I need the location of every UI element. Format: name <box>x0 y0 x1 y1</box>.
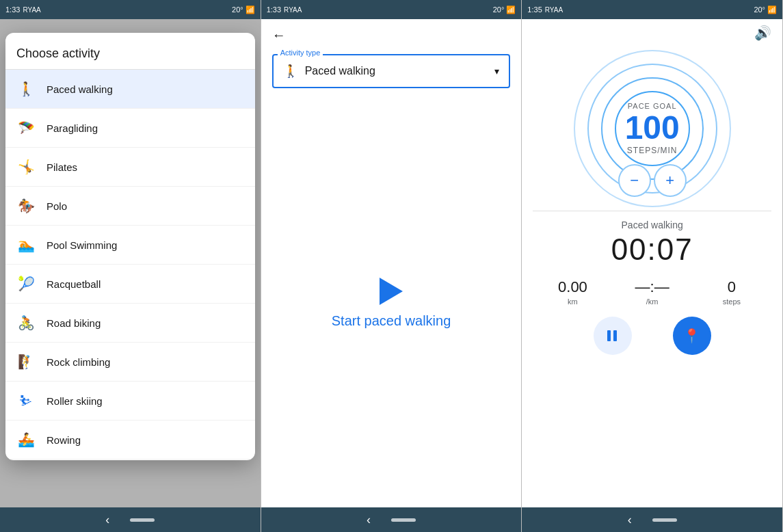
pause-bar-right <box>613 330 617 341</box>
pace-center-display: PACE GOAL 100 STEPS/MIN <box>625 102 680 156</box>
activity-label-9: Rowing <box>47 434 81 446</box>
activity-icon-3: 🏇 <box>16 196 36 215</box>
activity-label-8: Roller skiing <box>47 395 103 407</box>
metric-value-0: 0.00 <box>533 278 612 296</box>
start-activity-section[interactable]: Start paced walking <box>261 99 522 507</box>
battery-temp-3: 20° <box>754 5 765 14</box>
dropdown-label: Activity type <box>278 49 323 57</box>
nav-bar-1: ‹ <box>0 507 261 532</box>
activity-type-dropdown[interactable]: 🚶 Paced walking ▾ <box>272 54 511 88</box>
activity-label-4: Pool Swimming <box>47 239 117 251</box>
nav-dot-1 <box>130 518 155 522</box>
time-1: 1:33 <box>5 5 20 14</box>
modal-title: Choose activity <box>5 33 255 70</box>
workout-timer: 00:07 <box>611 233 693 266</box>
activity-icon-7: 🧗 <box>16 352 36 371</box>
time-3: 1:35 <box>527 5 542 14</box>
activity-icon-4: 🏊 <box>16 235 36 254</box>
choose-activity-modal: Choose activity 🚶 Paced walking 🪂 Paragl… <box>5 33 255 460</box>
dropdown-chevron-icon: ▾ <box>494 66 499 77</box>
activity-label-5: Racquetball <box>47 278 101 290</box>
panel-choose-activity: 1:33 RYAA 20° 📶 Choose activity 🚶 Paced … <box>0 0 261 532</box>
carrier-2: RYAA <box>284 6 302 14</box>
pace-controls: − + <box>617 164 688 197</box>
activity-type-dropdown-wrapper: Activity type 🚶 Paced walking ▾ <box>261 51 522 99</box>
nav-dot-2 <box>391 518 416 522</box>
status-bar-3: 1:35 RYAA 20° 📶 <box>522 0 782 19</box>
metric-unit-0: km <box>533 297 612 306</box>
panel1-content: Choose activity 🚶 Paced walking 🪂 Paragl… <box>0 19 261 507</box>
activity-item[interactable]: 🧗 Rock climbing <box>5 343 255 382</box>
panel2-header: ← <box>261 19 522 51</box>
pace-number: 100 <box>625 110 680 146</box>
play-icon <box>380 278 403 305</box>
start-activity-text: Start paced walking <box>332 313 451 329</box>
activity-label-7: Rock climbing <box>47 356 110 368</box>
time-2: 1:33 <box>267 5 281 14</box>
activity-label-1: Paragliding <box>47 122 98 134</box>
back-arrow-2[interactable]: ← <box>272 27 286 43</box>
status-bar-2: 1:33 RYAA 20° 📶 <box>261 0 522 19</box>
activity-item[interactable]: 🏊 Pool Swimming <box>5 226 255 265</box>
metric-unit-2: steps <box>692 297 771 306</box>
nav-bar-2: ‹ <box>261 507 522 532</box>
workout-name: Paced walking <box>622 220 683 230</box>
activity-icon-5: 🎾 <box>16 274 36 293</box>
pace-increase-button[interactable]: + <box>654 164 687 197</box>
panel-activity-type: 1:33 RYAA 20° 📶 ← Activity type 🚶 Paced … <box>261 0 522 532</box>
metrics-row: 0.00 km —:— /km 0 steps <box>522 271 782 308</box>
activity-label-2: Pilates <box>47 161 77 173</box>
battery-temp-2: 20° <box>493 5 505 14</box>
pace-circles-container: PACE GOAL 100 STEPS/MIN − + <box>522 46 782 211</box>
volume-icon[interactable]: 🔊 <box>754 25 771 41</box>
battery-temp-1: 20° <box>232 5 243 14</box>
pause-icon <box>607 330 618 341</box>
workout-stats: Paced walking 00:07 <box>522 211 782 271</box>
activity-icon-0: 🚶 <box>16 79 36 98</box>
selected-activity-text: Paced walking <box>305 65 488 77</box>
metric-0: 0.00 km <box>533 278 612 306</box>
activity-label-6: Road biking <box>47 317 101 329</box>
metric-unit-1: /km <box>613 297 692 306</box>
carrier-1: RYAA <box>23 6 40 14</box>
walking-icon: 🚶 <box>283 64 298 79</box>
activity-item[interactable]: ⛷ Roller skiing <box>5 382 255 421</box>
pace-unit: STEPS/MIN <box>625 146 680 155</box>
activity-item[interactable]: 🚶 Paced walking <box>5 70 255 109</box>
activity-icon-1: 🪂 <box>16 118 36 137</box>
active-top-bar: 🔊 <box>522 19 782 46</box>
panel-active-workout: 1:35 RYAA 20° 📶 🔊 PACE GOAL 100 STEPS/MI… <box>522 0 783 532</box>
back-nav-1[interactable]: ‹ <box>105 513 109 527</box>
pause-bar-left <box>607 330 611 341</box>
modal-overlay: Choose activity 🚶 Paced walking 🪂 Paragl… <box>0 19 261 507</box>
activity-icon-6: 🚴 <box>16 313 36 332</box>
nav-dot-3 <box>652 518 677 522</box>
metric-value-1: —:— <box>613 278 692 296</box>
activity-icon-2: 🤸 <box>16 157 36 176</box>
location-button[interactable]: 📍 <box>673 317 711 355</box>
metric-1: —:— /km <box>613 278 692 306</box>
activity-item[interactable]: 🏋 Rowing machine <box>5 460 255 460</box>
metric-value-2: 0 <box>692 278 771 296</box>
back-nav-2[interactable]: ‹ <box>367 513 371 527</box>
activity-label-0: Paced walking <box>47 83 113 95</box>
location-icon: 📍 <box>683 328 700 344</box>
activity-item[interactable]: 🚣 Rowing <box>5 421 255 460</box>
activity-item[interactable]: 🚴 Road biking <box>5 304 255 343</box>
signal-icons-3: 📶 <box>767 5 777 14</box>
activity-item[interactable]: 🎾 Racquetball <box>5 265 255 304</box>
activity-list: 🚶 Paced walking 🪂 Paragliding 🤸 Pilates … <box>5 70 255 460</box>
pace-decrease-button[interactable]: − <box>618 164 651 197</box>
pause-button[interactable] <box>594 317 632 355</box>
activity-item[interactable]: 🏇 Polo <box>5 187 255 226</box>
activity-item[interactable]: 🤸 Pilates <box>5 148 255 187</box>
status-bar-1: 1:33 RYAA 20° 📶 <box>0 0 261 19</box>
metric-2: 0 steps <box>692 278 771 306</box>
signal-icons-1: 📶 <box>245 5 255 14</box>
back-nav-3[interactable]: ‹ <box>628 513 632 527</box>
panel3-content: 🔊 PACE GOAL 100 STEPS/MIN − + Paced walk… <box>522 19 782 507</box>
action-buttons-row: 📍 <box>522 308 782 360</box>
activity-icon-9: 🚣 <box>16 430 36 449</box>
activity-icon-8: ⛷ <box>16 391 36 410</box>
activity-item[interactable]: 🪂 Paragliding <box>5 109 255 148</box>
